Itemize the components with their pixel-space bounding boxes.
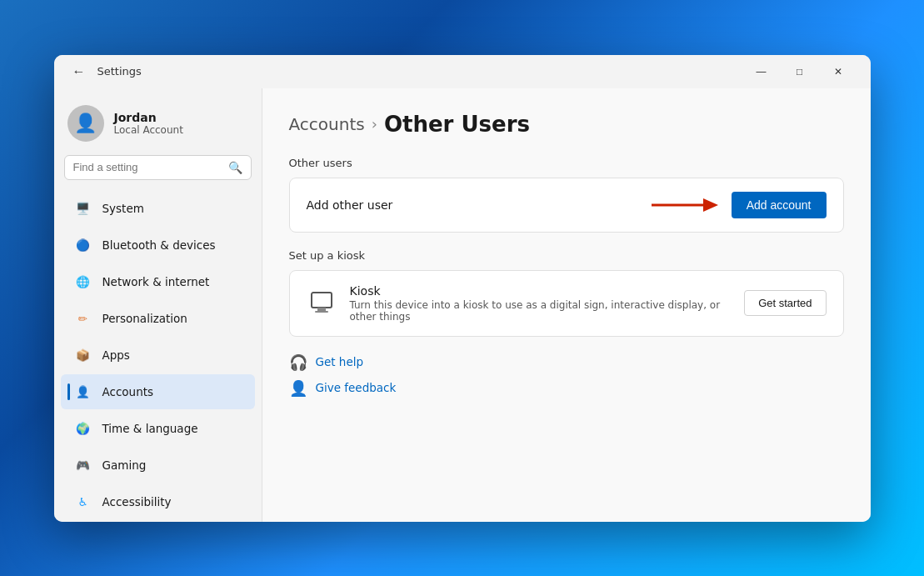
add-user-label: Add other user bbox=[307, 198, 393, 212]
svg-marker-1 bbox=[703, 198, 718, 212]
sidebar-item-bluetooth[interactable]: 🔵 Bluetooth & devices bbox=[61, 228, 255, 263]
settings-window: ← Settings — □ ✕ 👤 Jordan Local Account bbox=[54, 55, 871, 522]
personalization-icon: ✏️ bbox=[74, 309, 92, 328]
sidebar-item-gaming[interactable]: 🎮 Gaming bbox=[61, 448, 255, 483]
sidebar: 👤 Jordan Local Account 🔍 🖥️ System 🔵 Blu… bbox=[54, 88, 262, 522]
sidebar-item-time[interactable]: 🌍 Time & language bbox=[61, 411, 255, 446]
arrow-svg bbox=[652, 195, 718, 215]
network-icon: 🌐 bbox=[74, 273, 92, 291]
add-user-row: Add other user Add account bbox=[290, 178, 843, 232]
sidebar-item-label: Bluetooth & devices bbox=[102, 238, 216, 252]
kiosk-title: Kiosk bbox=[350, 284, 732, 298]
get-started-button[interactable]: Get started bbox=[744, 290, 826, 316]
kiosk-description: Turn this device into a kiosk to use as … bbox=[350, 299, 732, 323]
svg-rect-3 bbox=[317, 308, 326, 311]
bluetooth-icon: 🔵 bbox=[74, 236, 92, 254]
user-section: 👤 Jordan Local Account bbox=[54, 88, 262, 155]
sidebar-item-label: Personalization bbox=[102, 312, 187, 325]
breadcrumb-parent[interactable]: Accounts bbox=[289, 114, 365, 134]
sidebar-item-apps[interactable]: 📦 Apps bbox=[61, 338, 255, 373]
kiosk-info: Kiosk Turn this device into a kiosk to u… bbox=[350, 284, 732, 323]
kiosk-svg-icon bbox=[309, 291, 334, 316]
gaming-icon: 🎮 bbox=[74, 456, 92, 474]
user-info: Jordan Local Account bbox=[114, 111, 183, 136]
give-feedback-icon: 👤 bbox=[289, 379, 307, 397]
svg-rect-4 bbox=[315, 311, 328, 313]
sidebar-item-accounts[interactable]: 👤 Accounts bbox=[61, 374, 255, 409]
sidebar-item-system[interactable]: 🖥️ System bbox=[61, 191, 255, 226]
kiosk-card: Kiosk Turn this device into a kiosk to u… bbox=[289, 270, 844, 337]
breadcrumb: Accounts › Other Users bbox=[289, 112, 844, 137]
arrow-area: Add account bbox=[652, 192, 827, 218]
other-users-section-title: Other users bbox=[289, 157, 844, 169]
get-help-icon: 🎧 bbox=[289, 353, 307, 371]
minimize-button[interactable]: — bbox=[742, 55, 781, 88]
svg-rect-2 bbox=[312, 293, 332, 308]
user-avatar-icon: 👤 bbox=[74, 113, 97, 133]
accessibility-icon: ♿ bbox=[74, 493, 92, 511]
get-help-label: Get help bbox=[316, 355, 364, 368]
sidebar-item-label: Apps bbox=[102, 348, 130, 362]
sidebar-item-label: Accounts bbox=[102, 385, 154, 398]
window-title: Settings bbox=[97, 65, 742, 78]
user-account-type: Local Account bbox=[114, 124, 183, 136]
links-section: 🎧 Get help 👤 Give feedback bbox=[289, 353, 844, 397]
red-arrow-icon bbox=[652, 195, 718, 215]
accounts-icon: 👤 bbox=[74, 383, 92, 401]
breadcrumb-separator: › bbox=[372, 115, 377, 133]
kiosk-icon bbox=[307, 288, 337, 318]
sidebar-item-accessibility[interactable]: ♿ Accessibility bbox=[61, 484, 255, 519]
avatar: 👤 bbox=[67, 105, 104, 142]
sidebar-item-label: Network & internet bbox=[102, 275, 210, 288]
user-name: Jordan bbox=[114, 111, 183, 124]
content-area: 👤 Jordan Local Account 🔍 🖥️ System 🔵 Blu… bbox=[54, 88, 871, 522]
give-feedback-link[interactable]: 👤 Give feedback bbox=[289, 379, 844, 397]
time-icon: 🌍 bbox=[74, 419, 92, 438]
search-input[interactable] bbox=[73, 161, 222, 173]
window-controls: — □ ✕ bbox=[742, 55, 857, 88]
apps-icon: 📦 bbox=[74, 346, 92, 364]
sidebar-item-label: Accessibility bbox=[102, 495, 172, 508]
get-help-link[interactable]: 🎧 Get help bbox=[289, 353, 844, 371]
back-button[interactable]: ← bbox=[67, 60, 91, 83]
add-user-card: Add other user Add account bbox=[289, 178, 844, 233]
sidebar-item-label: Gaming bbox=[102, 458, 147, 472]
kiosk-row: Kiosk Turn this device into a kiosk to u… bbox=[290, 271, 843, 336]
search-box[interactable]: 🔍 bbox=[64, 155, 252, 180]
system-icon: 🖥️ bbox=[74, 199, 92, 218]
title-bar: ← Settings — □ ✕ bbox=[54, 55, 871, 88]
breadcrumb-current: Other Users bbox=[384, 112, 530, 137]
sidebar-item-personalization[interactable]: ✏️ Personalization bbox=[61, 301, 255, 336]
maximize-button[interactable]: □ bbox=[781, 55, 819, 88]
sidebar-item-label: Time & language bbox=[102, 422, 198, 435]
add-account-button[interactable]: Add account bbox=[732, 192, 827, 218]
sidebar-item-label: System bbox=[102, 202, 144, 215]
main-content: Accounts › Other Users Other users Add o… bbox=[262, 88, 871, 522]
sidebar-item-network[interactable]: 🌐 Network & internet bbox=[61, 264, 255, 299]
close-button[interactable]: ✕ bbox=[819, 55, 857, 88]
search-icon: 🔍 bbox=[228, 161, 242, 174]
give-feedback-label: Give feedback bbox=[316, 381, 397, 394]
kiosk-section-title: Set up a kiosk bbox=[289, 249, 844, 262]
